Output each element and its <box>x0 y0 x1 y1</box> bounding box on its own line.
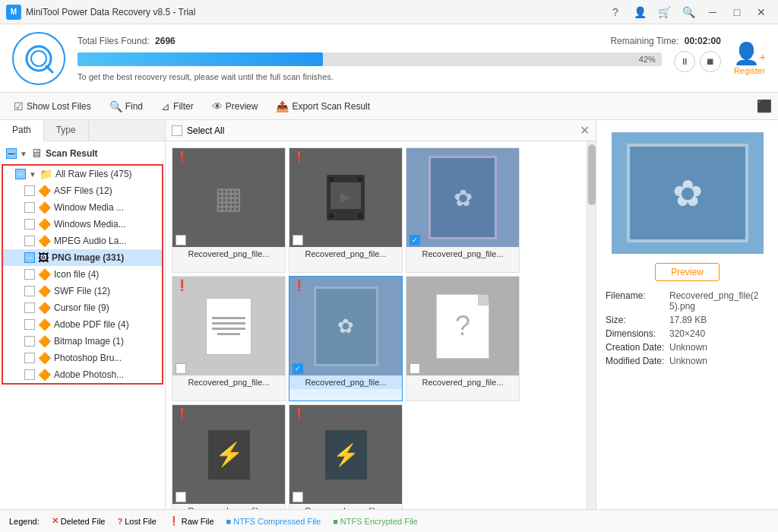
tree-item-all-raw[interactable]: ─ ▼ 📁 All Raw Files (475) <box>3 166 162 182</box>
tab-type[interactable]: Type <box>44 120 89 141</box>
legend-lost: ? Lost File <box>117 517 156 526</box>
register-button[interactable]: 👤+ Register <box>733 41 766 75</box>
grid-header: Select All ✕ <box>166 120 596 141</box>
windows-media-check[interactable] <box>24 219 35 230</box>
dimensions-row: Dimensions: 320×240 <box>606 328 769 339</box>
window-media-check[interactable] <box>24 202 35 213</box>
thumb-img-5: ✿ <box>289 277 402 375</box>
thumb-item-8[interactable]: ⚡ ❗ Recovered_png_file... <box>289 404 403 509</box>
filter-button[interactable]: ⊿ Filter <box>153 97 201 116</box>
close-button[interactable]: ✕ <box>751 2 772 23</box>
thumb-item-6[interactable]: ? Recovered_png_file... <box>406 276 520 401</box>
filter-label: Filter <box>173 101 194 112</box>
modified-value: Unknown <box>669 356 707 366</box>
thumb-item-1[interactable]: ▦ ❗ Recovered_png_file... <box>172 147 286 273</box>
thumb-check-3[interactable]: ✓ <box>410 235 420 245</box>
tab-header: Path Type <box>0 120 165 141</box>
thumb-item-4[interactable]: ❗ Recovered_png_file... <box>172 276 286 401</box>
thumb-label-8: Recovered_png_file... <box>289 504 402 509</box>
photoshop-icon: 🔶 <box>38 369 51 381</box>
thumb-item-5[interactable]: ✿ ✓ ❗ Recovered_png_file... <box>289 276 403 401</box>
thumb-item-2[interactable]: ▶ ❗ Recovered_png_file... <box>289 147 403 273</box>
minimize-button[interactable]: ─ <box>702 2 723 23</box>
bitmap-check[interactable] <box>24 336 35 347</box>
thumb-check-7[interactable] <box>176 492 186 502</box>
photoshop-check[interactable] <box>24 369 35 380</box>
creation-value: Unknown <box>669 342 707 353</box>
maximize-button[interactable]: □ <box>726 2 748 23</box>
toolbar: ☑ Show Lost Files 🔍 Find ⊿ Filter 👁 Prev… <box>0 93 778 120</box>
mpeg-check[interactable] <box>24 236 35 246</box>
scrollbar-thumb[interactable] <box>588 144 596 205</box>
close-grid-button[interactable]: ✕ <box>580 123 590 138</box>
help-button[interactable]: ? <box>605 2 626 23</box>
swf-icon: 🔶 <box>38 285 51 297</box>
select-all-check[interactable] <box>172 125 182 136</box>
show-lost-files-button[interactable]: ☑ Show Lost Files <box>6 97 99 116</box>
asf-check[interactable] <box>24 185 35 196</box>
tree-item-cursor[interactable]: 🔶 Cursor file (9) <box>3 299 162 316</box>
size-label: Size: <box>606 315 666 325</box>
brush-check[interactable] <box>24 353 35 363</box>
filter-icon: ⊿ <box>161 100 170 112</box>
pdf-check[interactable] <box>24 319 35 330</box>
cursor-check[interactable] <box>24 302 35 313</box>
thumb-item-3[interactable]: ✿ ✓ Recovered_png_file... <box>406 147 520 273</box>
asf-label: ASF Files (12) <box>54 185 112 196</box>
tab-path[interactable]: Path <box>0 120 44 141</box>
scan-result-label: Scan Result <box>46 148 98 159</box>
tree-item-photoshop-brush[interactable]: 🔶 Photoshop Bru... <box>3 350 162 366</box>
export-scan-button[interactable]: 📤 Export Scan Result <box>268 97 378 116</box>
tree-item-png[interactable]: ─ 🖼 PNG Image (331) <box>3 249 162 266</box>
swf-check[interactable] <box>24 286 35 296</box>
tree-item-scan-result[interactable]: ─ ▼ 🖥 Scan Result <box>0 144 165 163</box>
preview-button[interactable]: 👁 Preview <box>204 97 266 116</box>
all-raw-check[interactable]: ─ <box>15 169 26 179</box>
cart-button[interactable]: 🛒 <box>653 2 675 23</box>
tree-item-bitmap[interactable]: 🔶 Bitmap Image (1) <box>3 333 162 350</box>
thumb-check-2[interactable] <box>293 235 303 245</box>
thumb-item-7[interactable]: ⚡ ❗ Recovered_png_file... <box>172 404 286 509</box>
thumb-label-3: Recovered_png_file... <box>406 247 519 261</box>
tree-item-windows-media[interactable]: 🔶 Windows Media... <box>3 216 162 233</box>
vertical-scrollbar[interactable] <box>587 141 596 509</box>
windows-media-icon: 🔶 <box>38 218 51 230</box>
tree-item-icon-file[interactable]: 🔶 Icon file (4) <box>3 266 162 283</box>
select-all[interactable]: Select All <box>172 125 224 136</box>
share-icon[interactable]: ⬛ <box>757 100 772 112</box>
show-lost-files-label: Show Lost Files <box>27 101 91 112</box>
stop-button[interactable]: ⏹ <box>700 51 721 72</box>
icon-file-check[interactable] <box>24 269 35 280</box>
find-button[interactable]: 🔍 Find <box>102 97 150 116</box>
scan-result-check[interactable]: ─ <box>6 148 17 159</box>
creation-row: Creation Date: Unknown <box>606 342 769 353</box>
legend-deleted-label: Deleted File <box>61 517 106 526</box>
thumb-img-1: ▦ <box>172 148 285 247</box>
search-button[interactable]: 🔍 <box>678 2 699 23</box>
thumb-label-5: Recovered_png_file... <box>289 375 402 389</box>
tree-item-swf[interactable]: 🔶 SWF File (12) <box>3 283 162 299</box>
progress-bar-fill <box>77 52 323 66</box>
tree-item-mpeg[interactable]: 🔶 MPEG Audio La... <box>3 233 162 249</box>
thumb-label-2: Recovered_png_file... <box>289 247 402 261</box>
dimensions-value: 320×240 <box>669 328 705 339</box>
register-icon: 👤+ <box>733 41 766 66</box>
tree-item-adobe-photoshop[interactable]: 🔶 Adobe Photosh... <box>3 366 162 383</box>
thumb-check-8[interactable] <box>293 492 303 502</box>
png-check[interactable]: ─ <box>24 252 35 263</box>
tree-item-window-media[interactable]: 🔶 Window Media ... <box>3 199 162 216</box>
grid-inner[interactable]: ▦ ❗ Recovered_png_file... <box>166 141 587 509</box>
thumb-check-1[interactable] <box>176 235 186 245</box>
tree-item-asf[interactable]: 🔶 ASF Files (12) <box>3 182 162 199</box>
user-button[interactable]: 👤 <box>629 2 650 23</box>
total-files-stat: Total Files Found: 2696 <box>77 36 176 46</box>
thumb-check-6[interactable] <box>410 363 420 374</box>
pause-button[interactable]: ⏸ <box>674 51 695 72</box>
tree-item-pdf[interactable]: 🔶 Adobe PDF file (4) <box>3 316 162 333</box>
thumb-check-5[interactable]: ✓ <box>293 363 303 374</box>
thumb-check-4[interactable] <box>176 363 186 374</box>
modified-label: Modified Date: <box>606 356 666 366</box>
app-icon: M <box>6 5 21 20</box>
preview-action-button[interactable]: Preview <box>655 263 719 281</box>
size-value: 17.89 KB <box>669 315 707 325</box>
